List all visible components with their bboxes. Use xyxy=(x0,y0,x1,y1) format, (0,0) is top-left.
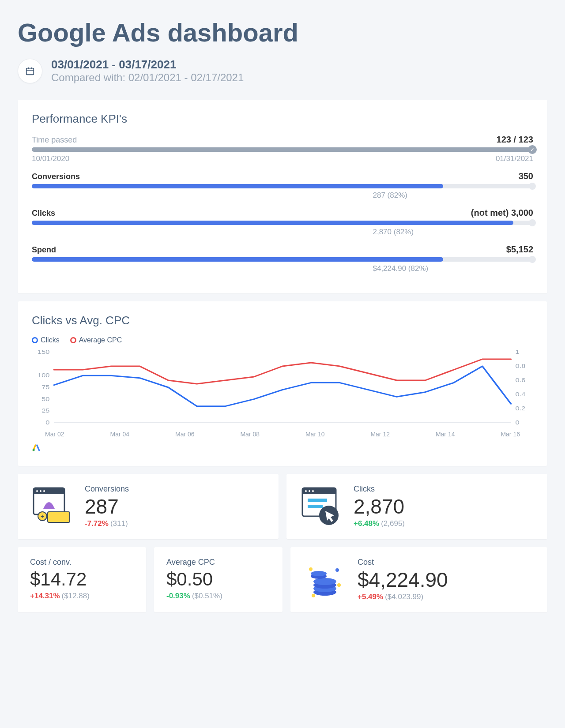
google-ads-icon xyxy=(32,443,533,454)
x-tick: Mar 08 xyxy=(240,431,260,438)
svg-point-29 xyxy=(309,490,310,492)
svg-text:100: 100 xyxy=(38,372,49,379)
svg-text:0: 0 xyxy=(45,420,49,426)
kpi-value-under: 287 (82%) xyxy=(373,191,533,200)
svg-point-43 xyxy=(312,594,315,597)
stat-card: +Conversions287-7.72%(311) xyxy=(18,474,279,539)
stat-card: Average CPC$0.50-0.93%($0.51%) xyxy=(154,547,282,612)
x-tick: Mar 10 xyxy=(305,431,325,438)
svg-point-20 xyxy=(36,490,38,492)
stat-label: Average CPC xyxy=(166,558,270,567)
legend-item: Clicks xyxy=(32,336,60,344)
x-tick: Mar 02 xyxy=(45,431,64,438)
chart-x-axis: Mar 02Mar 04Mar 06Mar 08Mar 10Mar 12Mar … xyxy=(32,431,533,438)
kpi-target: 123 / 123 xyxy=(497,135,533,145)
svg-point-21 xyxy=(40,490,41,492)
legend-label: Clicks xyxy=(41,336,60,344)
kpi-bar xyxy=(32,221,533,225)
kpi-label: Spend xyxy=(32,245,56,255)
date-range-row: 03/01/2021 - 03/17/2021 Compared with: 0… xyxy=(18,58,547,84)
svg-text:0.2: 0.2 xyxy=(516,405,526,412)
legend-dot-icon xyxy=(70,337,76,343)
x-tick: Mar 04 xyxy=(110,431,129,438)
page-title: Google Ads dashboard xyxy=(18,18,547,47)
svg-rect-32 xyxy=(308,505,323,508)
kpi-bar: ✓ xyxy=(32,147,533,152)
svg-text:0: 0 xyxy=(516,420,520,426)
kpi-target: $5,152 xyxy=(506,244,533,255)
svg-point-40 xyxy=(309,567,313,571)
svg-rect-23 xyxy=(48,512,70,522)
svg-text:25: 25 xyxy=(41,408,49,414)
kpi-bar xyxy=(32,184,533,188)
svg-point-41 xyxy=(335,568,339,572)
clicks-icon xyxy=(299,484,343,529)
kpi-card-title: Performance KPI's xyxy=(32,112,533,126)
svg-text:0.6: 0.6 xyxy=(516,377,526,383)
legend-item: Average CPC xyxy=(70,336,122,344)
kpi-target: (not met) 3,000 xyxy=(471,208,533,218)
kpi-bar xyxy=(32,257,533,262)
stat-value: $14.72 xyxy=(30,569,134,590)
kpi-row: Spend$5,152$4,224.90 (82%) xyxy=(32,244,533,273)
stat-label: Clicks xyxy=(354,484,405,494)
svg-point-39 xyxy=(311,571,327,576)
svg-point-37 xyxy=(313,578,336,585)
svg-text:0.4: 0.4 xyxy=(516,391,526,398)
svg-text:0.8: 0.8 xyxy=(516,363,526,369)
stat-value: $0.50 xyxy=(166,569,270,590)
svg-rect-0 xyxy=(26,68,34,75)
stat-delta: -0.93%($0.51%) xyxy=(166,592,270,600)
kpi-value-under: $4,224.90 (82%) xyxy=(373,264,533,273)
svg-point-17 xyxy=(33,449,35,451)
svg-point-42 xyxy=(337,583,341,587)
x-tick: Mar 12 xyxy=(370,431,390,438)
legend-dot-icon xyxy=(32,337,38,343)
conversions-icon: + xyxy=(30,484,74,529)
svg-point-22 xyxy=(43,490,45,492)
stat-card: Clicks2,870+6.48%(2,695) xyxy=(286,474,547,539)
stat-label: Cost xyxy=(358,558,448,567)
stat-value: 287 xyxy=(85,495,129,518)
calendar-icon xyxy=(25,66,35,76)
check-icon: ✓ xyxy=(528,145,537,154)
svg-rect-31 xyxy=(308,499,327,502)
x-tick: Mar 16 xyxy=(501,431,520,438)
kpi-value-under: 2,870 (82%) xyxy=(373,228,533,236)
kpi-label: Conversions xyxy=(32,172,80,181)
kpi-label: Clicks xyxy=(32,209,55,218)
svg-point-28 xyxy=(305,490,307,492)
svg-rect-19 xyxy=(34,488,64,494)
svg-text:1: 1 xyxy=(516,349,520,355)
date-range-text: 03/01/2021 - 03/17/2021 xyxy=(51,58,244,71)
kpi-card: Performance KPI's Time passed123 / 123✓1… xyxy=(18,100,547,293)
stat-label: Cost / conv. xyxy=(30,558,134,567)
kpi-target: 350 xyxy=(519,171,533,181)
stat-delta: +14.31%($12.88) xyxy=(30,592,134,600)
svg-point-30 xyxy=(312,490,314,492)
stat-card: Cost / conv.$14.72+14.31%($12.88) xyxy=(18,547,146,612)
calendar-button[interactable] xyxy=(18,59,42,83)
svg-text:50: 50 xyxy=(41,396,49,402)
stat-value: 2,870 xyxy=(354,495,405,518)
x-tick: Mar 06 xyxy=(175,431,195,438)
stat-delta: +5.49%($4,023.99) xyxy=(358,593,448,601)
line-chart: 025507510015000.20.40.60.81 xyxy=(32,348,533,427)
date-compare-text: Compared with: 02/01/2021 - 02/17/2021 xyxy=(51,71,244,84)
svg-text:75: 75 xyxy=(41,384,49,390)
stat-label: Conversions xyxy=(85,484,129,494)
cost-icon xyxy=(303,558,347,602)
stat-value: $4,224.90 xyxy=(358,568,448,592)
stat-delta: -7.72%(311) xyxy=(85,519,129,528)
kpi-row: Conversions350287 (82%) xyxy=(32,171,533,200)
kpi-sub-right: 01/31/2021 xyxy=(496,154,533,163)
stat-delta: +6.48%(2,695) xyxy=(354,519,405,528)
chart-card-title: Clicks vs Avg. CPC xyxy=(32,314,533,327)
svg-rect-27 xyxy=(302,488,336,494)
x-tick: Mar 14 xyxy=(436,431,455,438)
kpi-label: Time passed xyxy=(32,135,77,145)
svg-text:150: 150 xyxy=(38,349,49,355)
kpi-row: Time passed123 / 123✓10/01/202001/31/202… xyxy=(32,135,533,163)
kpi-sub-left: 10/01/2020 xyxy=(32,154,69,163)
svg-text:+: + xyxy=(41,513,44,520)
